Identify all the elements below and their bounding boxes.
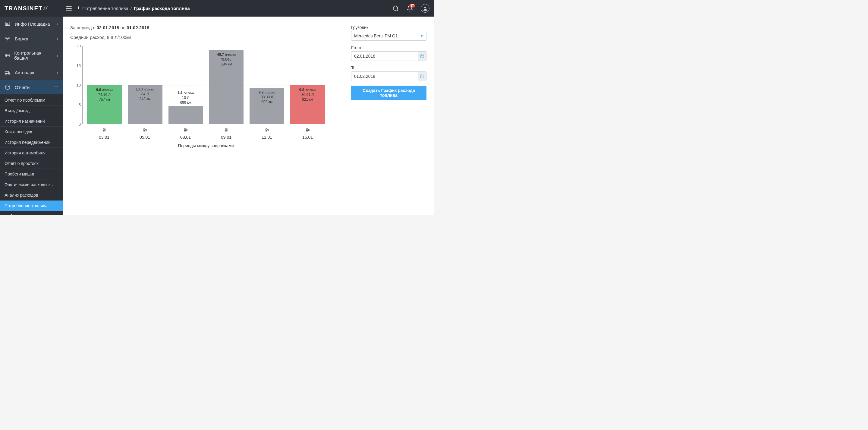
chart-bar: 9.8 Л/100км74.16 Л757 км [87,85,122,124]
sidebar-sub-item[interactable]: Фактические расходы з… [0,179,63,190]
breadcrumb-parent[interactable]: Потребление топлива [82,6,128,11]
breadcrumb-arrow-icon: ↥ [77,6,80,10]
sidebar-sub-item[interactable]: История автомобиля [0,147,63,158]
sidebar-sub-item[interactable]: Въезд/выезд [0,105,63,116]
y-axis-tick: 5 [73,103,81,107]
bar-value-label: 9.2 Л/100км83.39 Л902 км [250,89,284,106]
sidebar-icon [4,84,10,90]
sidebar-sub-item[interactable]: Книга поездок [0,126,63,137]
svg-point-7 [7,39,8,40]
to-date-value: 01.02.2018 [354,74,375,79]
main-content: За период с 02.01.2018 по 01.02.2018 Сре… [63,17,434,215]
breadcrumb: ↥ Потребление топлива / График расхода т… [77,6,190,11]
svg-point-2 [424,7,426,8]
chevron-right-icon: › [57,53,58,58]
svg-line-1 [397,10,398,11]
svg-rect-22 [225,129,226,130]
svg-rect-18 [144,129,145,130]
sidebar-icon [4,69,10,76]
notifications-icon[interactable]: 37 [407,5,413,12]
svg-rect-26 [307,129,307,130]
svg-point-0 [393,6,398,10]
brand-text: TRANSINET [4,5,43,12]
x-axis-tick: 03.01 [87,127,121,140]
user-avatar[interactable] [421,4,430,13]
chart-x-axis-title: Периоды между заправками [82,143,330,148]
bar-value-label: 1.4 Л/100км10 Л699 км [168,90,203,106]
sidebar-item-label: Отчеты [15,85,30,90]
fuel-pump-icon [265,127,269,133]
x-axis-tick: 05.01 [127,127,162,140]
sidebar-icon [4,21,10,27]
average-consumption: Средний расход: 9.8 Л/100км [70,35,344,40]
sidebar-item-label: Автопарк [15,70,34,75]
svg-rect-12 [5,71,9,74]
to-date-input[interactable]: 01.02.2018 [351,71,427,81]
bar-value-label: 9.8 Л/100км80.61 Л821 км [290,87,325,103]
y-axis-tick: 15 [73,63,81,68]
chart-bar: 9.8 Л/100км80.61 Л821 км [290,85,325,124]
x-axis-tick: 08.01 [168,127,203,140]
hamburger-menu-icon[interactable] [65,5,72,11]
svg-rect-24 [266,129,267,130]
logo-block: TRANSINET // [4,5,60,12]
brand-slash: // [43,5,48,12]
calendar-icon[interactable] [418,72,426,81]
sidebar-item[interactable]: Отчеты﹀ [0,80,63,95]
search-icon[interactable] [393,5,399,12]
caret-down-icon: ▼ [420,34,424,38]
chevron-right-icon: › [57,22,58,26]
truck-select[interactable]: Mercedes Benz PM G1 ▼ [351,31,427,41]
sidebar-item[interactable]: Биржа› [0,31,63,46]
chart-bar: 9.2 Л/100км83.39 Л902 км [250,88,284,124]
sidebar-item[interactable]: Контрольная башня› [0,46,63,65]
filters-panel: Грузовик Mercedes Benz PM G1 ▼ From 02.0… [351,25,427,207]
chart-bar: 10.0 Л/100км84 Л843 км [128,85,162,124]
y-axis-tick: 0 [73,122,81,127]
period-range: За период с 02.01.2018 по 01.02.2018 [70,25,344,30]
sidebar-item-label: Контрольная башня [14,50,53,61]
bar-value-label: 10.0 Л/100км84 Л843 км [128,86,162,103]
sidebar-item-label: Биржа [15,36,28,41]
x-axis-tick: 11.01 [250,127,284,140]
sidebar: Инфо Площадка›Биржа›Контрольная башня›Ав… [0,17,63,215]
svg-point-8 [9,37,9,38]
x-axis-tick: 15.01 [290,127,325,140]
fuel-consumption-chart: 9.8 Л/100км74.16 Л757 км10.0 Л/100км84 Л… [70,46,330,148]
chevron-right-icon: › [57,70,58,75]
fuel-pump-icon [102,127,106,133]
chart-bar: 40.7 Л/100км79.04 Л194 км [209,50,244,124]
sidebar-sub-item[interactable]: События в геозонах [0,211,63,215]
svg-point-4 [6,23,8,25]
y-axis-tick: 20 [73,44,81,48]
chevron-right-icon: › [57,36,58,41]
sidebar-sub-item[interactable]: История назначений [0,116,63,126]
sidebar-sub-item[interactable]: Пробеги машин [0,169,63,179]
sidebar-sub-item[interactable]: История передвижений [0,137,63,147]
y-axis-tick: 10 [73,83,81,87]
x-axis-tick: 09.01 [209,127,244,140]
fuel-pump-icon [224,127,228,133]
sidebar-item[interactable]: Автопарк› [0,65,63,80]
generate-chart-button[interactable]: Создать График расхода топлива [351,86,427,100]
from-date-input[interactable]: 02.01.2018 [351,51,427,61]
sidebar-item[interactable]: Инфо Площадка› [0,17,63,31]
svg-rect-20 [184,129,185,130]
breadcrumb-current: График расхода топлива [134,6,190,11]
fuel-pump-icon [305,127,310,133]
chevron-down-icon: ﹀ [54,84,58,90]
sidebar-sub-item[interactable]: Отчет по проблемам [0,95,63,105]
calendar-icon[interactable] [418,52,426,61]
svg-rect-16 [103,129,104,130]
brand-logo[interactable]: TRANSINET // [4,5,48,12]
sidebar-sub-item[interactable]: Отчёт о простоях [0,158,63,169]
sidebar-sub-item[interactable]: Потребление топлива [0,200,63,211]
sidebar-icon [4,53,10,58]
svg-line-5 [8,25,9,26]
sidebar-sub-item[interactable]: Анализ расходов [0,190,63,200]
breadcrumb-separator: / [130,6,132,11]
notifications-badge: 37 [409,4,415,7]
truck-filter-label: Грузовик [351,25,427,30]
to-label: To [351,65,427,70]
fuel-pump-icon [143,127,147,133]
